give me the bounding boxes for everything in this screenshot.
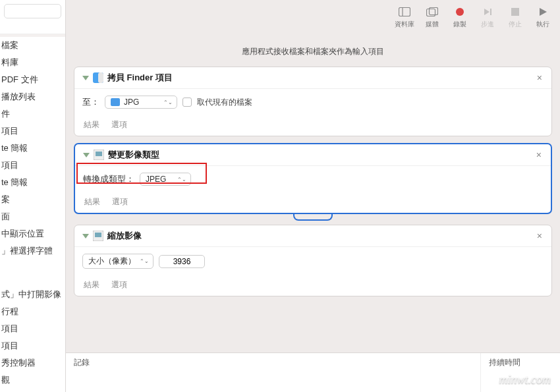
svg-marker-5 [484, 9, 490, 15]
action-title: 變更影像類型 [108, 149, 534, 161]
results-tab[interactable]: 結果 [84, 119, 99, 130]
convert-type-label: 轉換成類型： [83, 173, 134, 185]
image-type-popup[interactable]: JPEG ⌃⌄ [140, 173, 191, 186]
action-scale-images[interactable]: 縮放影像 × 大小（像素） ⌃⌄ 結果 選項 [74, 225, 552, 296]
svg-rect-7 [511, 8, 519, 16]
sidebar-item[interactable]: 觀 [0, 372, 65, 389]
sidebar-item[interactable]: 件 [0, 105, 65, 123]
library-search[interactable] [4, 4, 61, 18]
sidebar-item[interactable]: 項目 [0, 157, 65, 174]
svg-marker-8 [540, 8, 547, 16]
sidebar-item[interactable]: te 簡報 [0, 174, 65, 191]
media-button[interactable]: 媒體 [419, 3, 445, 32]
sidebar-item[interactable]: te 簡報 [0, 140, 65, 157]
sidebar-item[interactable]: 項目 [0, 320, 65, 337]
action-copy-finder-items[interactable]: 拷貝 Finder 項目 × 至： JPG ⌃⌄ 取代現有的檔案 結果 選項 [74, 67, 552, 136]
folder-icon [111, 98, 120, 106]
svg-rect-0 [399, 8, 410, 16]
svg-rect-17 [95, 233, 101, 237]
log-record-column: 記錄 [66, 353, 481, 392]
scale-mode-popup[interactable]: 大小（像素） ⌃⌄ [82, 254, 154, 269]
preview-icon [94, 150, 104, 160]
scale-size-input[interactable] [159, 255, 205, 268]
sidebar-header [0, 0, 65, 34]
close-icon[interactable]: × [534, 72, 545, 83]
sidebar-icon [399, 5, 410, 18]
sidebar-item[interactable]: 」裡選擇字體 [0, 242, 65, 260]
flow-connector [74, 214, 552, 221]
step-icon [483, 5, 492, 18]
svg-marker-9 [82, 76, 89, 80]
destination-folder-popup[interactable]: JPG ⌃⌄ [105, 96, 177, 109]
disclosure-triangle[interactable] [81, 231, 90, 240]
workflow-input-hint: 應用程式接收檔案和檔案夾作為輸入項目 [74, 34, 552, 67]
finder-icon [93, 72, 103, 83]
record-button[interactable]: 錄製 [447, 3, 473, 32]
results-tab[interactable]: 結果 [84, 279, 99, 291]
disclosure-triangle[interactable] [82, 150, 91, 159]
sidebar-item[interactable]: 播放列表 [0, 88, 65, 105]
sidebar-item[interactable]: 行程 [0, 303, 65, 320]
stop-icon [511, 5, 519, 18]
svg-marker-15 [82, 234, 89, 238]
sidebar-item[interactable]: 項目 [0, 123, 65, 140]
preview-icon [93, 231, 103, 241]
sidebar-item[interactable]: 案 [0, 191, 65, 208]
replace-label: 取代現有的檔案 [197, 97, 252, 108]
svg-rect-14 [96, 152, 102, 156]
action-title: 縮放影像 [107, 230, 534, 242]
chevron-updown-icon: ⌃⌄ [177, 177, 186, 182]
library-button[interactable]: 資料庫 [391, 3, 418, 32]
sidebar-item[interactable]: 面 [0, 208, 65, 225]
disclosure-triangle[interactable] [81, 73, 90, 82]
sidebar-item[interactable]: PDF 文件 [0, 71, 65, 88]
sidebar-item[interactable]: 中顯示位置 [0, 225, 65, 242]
stop-button[interactable]: 停止 [502, 3, 528, 32]
close-icon[interactable]: × [534, 150, 544, 160]
sidebar-item[interactable]: 式」中打開影像 [0, 286, 65, 303]
close-icon[interactable]: × [534, 231, 545, 241]
log-panel: 記錄 持續時間 [66, 352, 560, 392]
sidebar-item[interactable]: 秀控制器 [0, 354, 65, 372]
watermark: minwt.com [499, 373, 551, 387]
run-button[interactable]: 執行 [530, 3, 556, 32]
workflow-canvas[interactable]: 應用程式接收檔案和檔案夾作為輸入項目 拷貝 Finder 項目 × 至： [66, 34, 560, 352]
record-icon [455, 5, 464, 18]
step-button[interactable]: 步進 [474, 3, 501, 32]
toolbar: 資料庫 媒體 錄製 步進 [66, 0, 560, 34]
library-sidebar: 檔案料庫PDF 文件播放列表件項目te 簡報項目te 簡報案面中顯示位置」裡選擇… [0, 0, 66, 392]
sidebar-item[interactable]: 檔案 [0, 37, 65, 54]
svg-marker-12 [83, 153, 90, 157]
play-icon [538, 5, 547, 18]
sidebar-item[interactable]: 項目 [0, 337, 65, 354]
media-icon [426, 5, 438, 18]
replace-checkbox[interactable] [182, 98, 192, 107]
action-change-image-type[interactable]: 變更影像類型 × 轉換成類型： JPEG ⌃⌄ 結果 選項 [74, 143, 552, 214]
options-tab[interactable]: 選項 [111, 279, 127, 291]
svg-rect-6 [490, 9, 491, 15]
svg-rect-11 [98, 72, 103, 83]
options-tab[interactable]: 選項 [112, 196, 128, 208]
options-tab[interactable]: 選項 [111, 119, 127, 130]
action-title: 拷貝 Finder 項目 [107, 72, 534, 84]
chevron-updown-icon: ⌃⌄ [163, 99, 173, 105]
chevron-updown-icon: ⌃⌄ [140, 258, 149, 264]
to-label: 至： [82, 96, 99, 108]
svg-point-4 [456, 8, 464, 16]
results-tab[interactable]: 結果 [84, 196, 100, 208]
sidebar-item[interactable]: 料庫 [0, 54, 65, 71]
